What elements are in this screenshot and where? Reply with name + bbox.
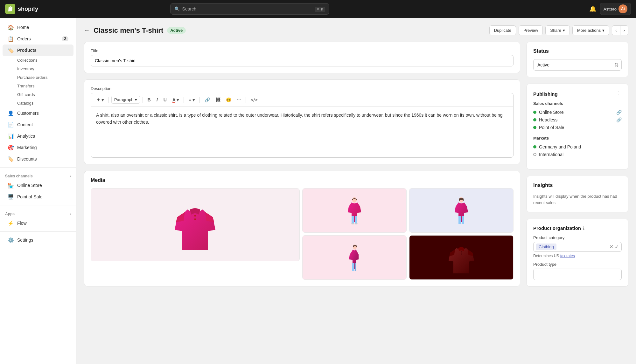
customers-icon: 👤 bbox=[8, 110, 14, 116]
toolbar-image-btn[interactable]: 🖼 bbox=[213, 96, 222, 104]
paragraph-chevron: ▾ bbox=[135, 97, 137, 102]
search-bar[interactable]: 🔍 Search ⌘ K bbox=[170, 3, 329, 15]
svg-point-6 bbox=[354, 223, 358, 224]
more-actions-button[interactable]: More actions ▾ bbox=[572, 25, 609, 35]
toolbar-code-btn[interactable]: </> bbox=[248, 96, 260, 103]
sidebar-item-point-of-sale[interactable]: 🖥️ Point of Sale bbox=[3, 191, 73, 203]
svg-point-2 bbox=[352, 197, 356, 203]
title-input[interactable] bbox=[91, 55, 514, 66]
analytics-icon: 📊 bbox=[8, 133, 14, 139]
sidebar-label-flow: Flow bbox=[17, 221, 27, 226]
back-button[interactable]: ← bbox=[84, 27, 90, 34]
online-store-icon: 🏪 bbox=[8, 182, 14, 189]
next-button[interactable]: › bbox=[620, 26, 628, 35]
svg-rect-12 bbox=[355, 263, 356, 271]
sidebar-item-home[interactable]: 🏠 Home bbox=[3, 22, 73, 33]
toolbar-more-btn[interactable]: ··· bbox=[235, 96, 243, 104]
category-confirm-icon[interactable]: ✓ bbox=[615, 244, 619, 250]
channel-online-store-icon[interactable]: 🔗 bbox=[616, 110, 622, 115]
sidebar-item-orders[interactable]: 📋 Orders 2 bbox=[3, 33, 73, 45]
category-clear-icon[interactable]: ✕ bbox=[609, 244, 613, 250]
product-type-input[interactable] bbox=[533, 269, 622, 280]
orders-icon: 📋 bbox=[8, 36, 14, 42]
sidebar-item-settings[interactable]: ⚙️ Settings bbox=[3, 234, 73, 246]
paragraph-label: Paragraph bbox=[114, 97, 134, 102]
media-item-2[interactable] bbox=[409, 188, 514, 233]
sidebar-item-gift-cards[interactable]: Gift cards bbox=[3, 90, 73, 99]
tax-rates-link[interactable]: tax rates bbox=[560, 254, 575, 258]
prev-button[interactable]: ‹ bbox=[612, 26, 620, 35]
preview-button[interactable]: Preview bbox=[519, 25, 543, 35]
logo[interactable]: shopify bbox=[5, 4, 38, 14]
sidebar-divider-1 bbox=[0, 167, 76, 168]
pos-icon: 🖥️ bbox=[8, 194, 14, 200]
sales-channel-list: Online Store 🔗 Headless 🔗 Point of Sale bbox=[533, 108, 622, 131]
sidebar-item-inventory[interactable]: Inventory bbox=[3, 65, 73, 73]
content-grid: Title Description ✦ ▾ Paragraph ▾ bbox=[84, 42, 628, 293]
sidebar-item-transfers[interactable]: Transfers bbox=[3, 82, 73, 90]
sidebar-item-collections[interactable]: Collections bbox=[3, 56, 73, 65]
sidebar-item-products[interactable]: 🏷️ Products bbox=[3, 45, 73, 56]
toolbar-underline-btn[interactable]: U bbox=[161, 96, 169, 104]
category-tag-actions: ✕ ✓ bbox=[609, 244, 619, 250]
svg-point-0 bbox=[194, 215, 196, 217]
duplicate-button[interactable]: Duplicate bbox=[489, 25, 516, 35]
channel-pos-label: Point of Sale bbox=[539, 125, 564, 130]
prod-org-info-icon[interactable]: ℹ bbox=[583, 226, 584, 231]
sidebar-item-purchase-orders[interactable]: Purchase orders bbox=[3, 73, 73, 82]
search-shortcut: ⌘ K bbox=[315, 6, 325, 11]
sidebar-label-content: Content bbox=[17, 122, 33, 127]
media-item-3[interactable] bbox=[302, 235, 407, 280]
user-menu-button[interactable]: Asttero At bbox=[600, 3, 631, 15]
sidebar-item-discounts[interactable]: 🏷️ Discounts bbox=[3, 153, 73, 165]
media-item-4[interactable] bbox=[409, 235, 514, 280]
media-card: Media bbox=[84, 171, 520, 286]
toolbar-bold-btn[interactable]: B bbox=[145, 96, 153, 104]
notification-bell[interactable]: 🔔 bbox=[589, 5, 596, 12]
toolbar-sep-1 bbox=[108, 97, 109, 103]
sidebar-label-settings: Settings bbox=[17, 237, 33, 243]
sidebar-item-catalogs[interactable]: Catalogs bbox=[3, 99, 73, 107]
publishing-more-button[interactable]: ⋮ bbox=[616, 90, 622, 97]
channel-headless-icon[interactable]: 🔗 bbox=[616, 117, 622, 122]
publishing-title: Publishing bbox=[533, 91, 558, 97]
status-badge: Active bbox=[167, 27, 186, 34]
toolbar-paragraph-dropdown[interactable]: Paragraph ▾ bbox=[111, 96, 140, 104]
sidebar-item-content[interactable]: 📄 Content bbox=[3, 119, 73, 130]
apps-label: Apps bbox=[5, 212, 15, 216]
media-item-main[interactable] bbox=[91, 188, 300, 261]
toolbar-color-btn[interactable]: A ▾ bbox=[170, 96, 181, 104]
search-icon: 🔍 bbox=[174, 6, 180, 11]
channel-online-store: Online Store 🔗 bbox=[533, 108, 622, 116]
topbar: shopify 🔍 Search ⌘ K 🔔 Asttero At bbox=[0, 0, 636, 18]
svg-rect-4 bbox=[355, 216, 357, 224]
svg-rect-8 bbox=[458, 216, 461, 224]
home-icon: 🏠 bbox=[8, 24, 14, 31]
page-header: ← Classic men's T-shirt Active Duplicate… bbox=[84, 25, 628, 35]
description-body[interactable]: A shirt, also an overshirt or a classic … bbox=[91, 106, 513, 157]
status-select[interactable]: Active Draft bbox=[533, 59, 622, 71]
channel-pos: Point of Sale bbox=[533, 124, 622, 131]
toolbar-link-btn[interactable]: 🔗 bbox=[202, 96, 212, 104]
sidebar-label-analytics: Analytics bbox=[17, 134, 35, 139]
avatar: At bbox=[619, 4, 627, 13]
sidebar-item-flow[interactable]: ⚡ Flow bbox=[3, 217, 73, 229]
market-international-dot bbox=[533, 153, 536, 156]
sidebar-item-customers[interactable]: 👤 Customers bbox=[3, 107, 73, 119]
media-grid bbox=[91, 188, 514, 280]
share-button[interactable]: Share ▾ bbox=[545, 25, 570, 35]
svg-point-1 bbox=[194, 218, 196, 220]
toolbar-magic-btn[interactable]: ✦ ▾ bbox=[94, 96, 106, 104]
sales-channels-chevron: › bbox=[70, 174, 71, 178]
media-item-1[interactable] bbox=[302, 188, 407, 233]
toolbar-sep-2 bbox=[143, 97, 143, 103]
market-germany-dot bbox=[533, 145, 536, 148]
sidebar-item-online-store[interactable]: 🏪 Online Store bbox=[3, 180, 73, 191]
toolbar-align-btn[interactable]: ≡ ▾ bbox=[186, 96, 197, 104]
category-tag-wrapper[interactable]: Clothing ✕ ✓ bbox=[533, 242, 622, 252]
sidebar-item-marketing[interactable]: 🎯 Marketing bbox=[3, 142, 73, 153]
tax-note: Determines US tax rates bbox=[533, 254, 622, 258]
sidebar-item-analytics[interactable]: 📊 Analytics bbox=[3, 130, 73, 142]
toolbar-emoji-btn[interactable]: 😊 bbox=[224, 96, 234, 104]
toolbar-italic-btn[interactable]: I bbox=[154, 96, 160, 104]
